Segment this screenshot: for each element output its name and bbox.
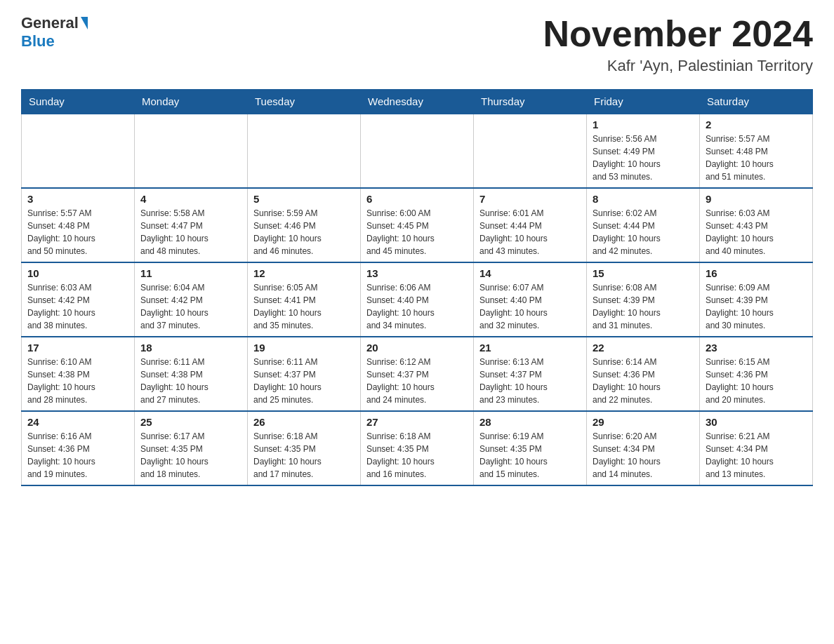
day-number: 24 xyxy=(27,416,128,428)
day-info: Sunrise: 6:18 AM Sunset: 4:35 PM Dayligh… xyxy=(253,430,355,481)
day-info: Sunrise: 6:05 AM Sunset: 4:41 PM Dayligh… xyxy=(253,281,355,332)
calendar-table: SundayMondayTuesdayWednesdayThursdayFrid… xyxy=(21,89,813,486)
day-info: Sunrise: 6:03 AM Sunset: 4:42 PM Dayligh… xyxy=(27,281,128,332)
day-info: Sunrise: 5:57 AM Sunset: 4:48 PM Dayligh… xyxy=(706,133,807,183)
calendar-cell: 18Sunrise: 6:11 AM Sunset: 4:38 PM Dayli… xyxy=(135,337,248,411)
day-number: 25 xyxy=(140,416,241,428)
calendar-cell xyxy=(22,114,135,188)
day-info: Sunrise: 6:06 AM Sunset: 4:40 PM Dayligh… xyxy=(366,281,468,332)
day-number: 15 xyxy=(593,267,694,279)
day-number: 21 xyxy=(479,342,581,354)
day-info: Sunrise: 5:58 AM Sunset: 4:47 PM Dayligh… xyxy=(140,207,241,257)
calendar-header-tuesday: Tuesday xyxy=(248,90,361,114)
day-number: 16 xyxy=(706,267,807,279)
day-number: 2 xyxy=(706,119,807,130)
calendar-cell: 26Sunrise: 6:18 AM Sunset: 4:35 PM Dayli… xyxy=(248,411,361,485)
day-info: Sunrise: 6:04 AM Sunset: 4:42 PM Dayligh… xyxy=(140,281,241,332)
calendar-cell: 28Sunrise: 6:19 AM Sunset: 4:35 PM Dayli… xyxy=(474,411,587,485)
day-info: Sunrise: 6:03 AM Sunset: 4:43 PM Dayligh… xyxy=(706,207,807,257)
day-number: 27 xyxy=(366,416,468,428)
day-number: 23 xyxy=(706,342,807,354)
location-title: Kafr 'Ayn, Palestinian Territory xyxy=(543,57,813,75)
day-info: Sunrise: 5:57 AM Sunset: 4:48 PM Dayligh… xyxy=(27,207,128,257)
day-info: Sunrise: 6:18 AM Sunset: 4:35 PM Dayligh… xyxy=(366,430,468,481)
day-info: Sunrise: 6:01 AM Sunset: 4:44 PM Dayligh… xyxy=(479,207,581,257)
day-info: Sunrise: 6:02 AM Sunset: 4:44 PM Dayligh… xyxy=(593,207,694,257)
day-number: 11 xyxy=(140,267,241,279)
calendar-cell: 5Sunrise: 5:59 AM Sunset: 4:46 PM Daylig… xyxy=(248,188,361,262)
logo-blue: Blue xyxy=(21,32,55,51)
day-info: Sunrise: 6:21 AM Sunset: 4:34 PM Dayligh… xyxy=(706,430,807,481)
calendar-header-thursday: Thursday xyxy=(474,90,587,114)
calendar-cell: 14Sunrise: 6:07 AM Sunset: 4:40 PM Dayli… xyxy=(474,262,587,337)
day-info: Sunrise: 5:56 AM Sunset: 4:49 PM Dayligh… xyxy=(593,133,694,183)
day-number: 8 xyxy=(593,193,694,205)
calendar-cell: 15Sunrise: 6:08 AM Sunset: 4:39 PM Dayli… xyxy=(587,262,700,337)
calendar-week-4: 17Sunrise: 6:10 AM Sunset: 4:38 PM Dayli… xyxy=(22,337,813,411)
calendar-cell: 11Sunrise: 6:04 AM Sunset: 4:42 PM Dayli… xyxy=(135,262,248,337)
day-info: Sunrise: 6:19 AM Sunset: 4:35 PM Dayligh… xyxy=(479,430,581,481)
page-header: General Blue November 2024 Kafr 'Ayn, Pa… xyxy=(21,14,813,75)
month-title: November 2024 xyxy=(543,14,813,54)
calendar-cell: 12Sunrise: 6:05 AM Sunset: 4:41 PM Dayli… xyxy=(248,262,361,337)
day-number: 30 xyxy=(706,416,807,428)
calendar-cell: 22Sunrise: 6:14 AM Sunset: 4:36 PM Dayli… xyxy=(587,337,700,411)
calendar-week-5: 24Sunrise: 6:16 AM Sunset: 4:36 PM Dayli… xyxy=(22,411,813,485)
day-number: 10 xyxy=(27,267,128,279)
day-number: 5 xyxy=(253,193,355,205)
logo-general: General xyxy=(21,14,79,32)
calendar-cell: 25Sunrise: 6:17 AM Sunset: 4:35 PM Dayli… xyxy=(135,411,248,485)
calendar-cell: 20Sunrise: 6:12 AM Sunset: 4:37 PM Dayli… xyxy=(361,337,474,411)
calendar-cell: 9Sunrise: 6:03 AM Sunset: 4:43 PM Daylig… xyxy=(700,188,813,262)
title-block: November 2024 Kafr 'Ayn, Palestinian Ter… xyxy=(543,14,813,75)
day-number: 1 xyxy=(593,119,694,130)
calendar-cell: 8Sunrise: 6:02 AM Sunset: 4:44 PM Daylig… xyxy=(587,188,700,262)
day-number: 28 xyxy=(479,416,581,428)
day-info: Sunrise: 6:11 AM Sunset: 4:38 PM Dayligh… xyxy=(140,356,241,406)
day-number: 3 xyxy=(27,193,128,205)
day-number: 29 xyxy=(593,416,694,428)
calendar-cell: 1Sunrise: 5:56 AM Sunset: 4:49 PM Daylig… xyxy=(587,114,700,188)
calendar-header-sunday: Sunday xyxy=(22,90,135,114)
day-info: Sunrise: 6:11 AM Sunset: 4:37 PM Dayligh… xyxy=(253,356,355,406)
calendar-cell: 10Sunrise: 6:03 AM Sunset: 4:42 PM Dayli… xyxy=(22,262,135,337)
day-info: Sunrise: 6:09 AM Sunset: 4:39 PM Dayligh… xyxy=(706,281,807,332)
day-number: 12 xyxy=(253,267,355,279)
day-number: 22 xyxy=(593,342,694,354)
day-number: 14 xyxy=(479,267,581,279)
calendar-cell: 27Sunrise: 6:18 AM Sunset: 4:35 PM Dayli… xyxy=(361,411,474,485)
calendar-cell: 21Sunrise: 6:13 AM Sunset: 4:37 PM Dayli… xyxy=(474,337,587,411)
day-info: Sunrise: 6:15 AM Sunset: 4:36 PM Dayligh… xyxy=(706,356,807,406)
calendar-week-1: 1Sunrise: 5:56 AM Sunset: 4:49 PM Daylig… xyxy=(22,114,813,188)
day-info: Sunrise: 6:08 AM Sunset: 4:39 PM Dayligh… xyxy=(593,281,694,332)
calendar-cell xyxy=(248,114,361,188)
calendar-cell: 13Sunrise: 6:06 AM Sunset: 4:40 PM Dayli… xyxy=(361,262,474,337)
calendar-cell: 23Sunrise: 6:15 AM Sunset: 4:36 PM Dayli… xyxy=(700,337,813,411)
day-info: Sunrise: 6:16 AM Sunset: 4:36 PM Dayligh… xyxy=(27,430,128,481)
calendar-cell: 3Sunrise: 5:57 AM Sunset: 4:48 PM Daylig… xyxy=(22,188,135,262)
calendar-header-row: SundayMondayTuesdayWednesdayThursdayFrid… xyxy=(22,90,813,114)
day-number: 19 xyxy=(253,342,355,354)
calendar-cell: 16Sunrise: 6:09 AM Sunset: 4:39 PM Dayli… xyxy=(700,262,813,337)
calendar-header-saturday: Saturday xyxy=(700,90,813,114)
calendar-cell: 7Sunrise: 6:01 AM Sunset: 4:44 PM Daylig… xyxy=(474,188,587,262)
day-number: 18 xyxy=(140,342,241,354)
day-info: Sunrise: 6:14 AM Sunset: 4:36 PM Dayligh… xyxy=(593,356,694,406)
calendar-cell xyxy=(135,114,248,188)
day-info: Sunrise: 6:17 AM Sunset: 4:35 PM Dayligh… xyxy=(140,430,241,481)
day-number: 17 xyxy=(27,342,128,354)
day-info: Sunrise: 6:13 AM Sunset: 4:37 PM Dayligh… xyxy=(479,356,581,406)
logo: General Blue xyxy=(21,14,88,51)
calendar-header-monday: Monday xyxy=(135,90,248,114)
calendar-cell: 24Sunrise: 6:16 AM Sunset: 4:36 PM Dayli… xyxy=(22,411,135,485)
calendar-cell: 2Sunrise: 5:57 AM Sunset: 4:48 PM Daylig… xyxy=(700,114,813,188)
day-info: Sunrise: 6:10 AM Sunset: 4:38 PM Dayligh… xyxy=(27,356,128,406)
day-number: 7 xyxy=(479,193,581,205)
calendar-cell: 17Sunrise: 6:10 AM Sunset: 4:38 PM Dayli… xyxy=(22,337,135,411)
day-info: Sunrise: 5:59 AM Sunset: 4:46 PM Dayligh… xyxy=(253,207,355,257)
calendar-cell xyxy=(474,114,587,188)
calendar-cell: 19Sunrise: 6:11 AM Sunset: 4:37 PM Dayli… xyxy=(248,337,361,411)
day-info: Sunrise: 6:12 AM Sunset: 4:37 PM Dayligh… xyxy=(366,356,468,406)
day-number: 9 xyxy=(706,193,807,205)
calendar-cell: 6Sunrise: 6:00 AM Sunset: 4:45 PM Daylig… xyxy=(361,188,474,262)
